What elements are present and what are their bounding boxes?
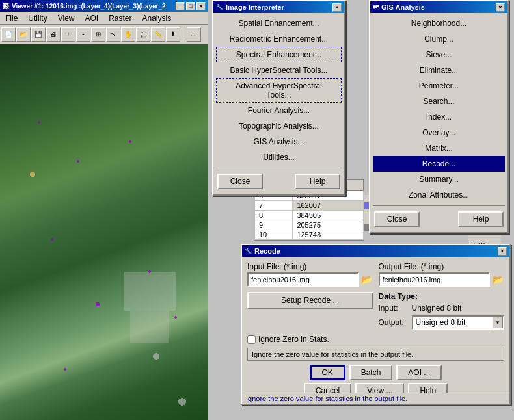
row-val-7: 162007	[293, 201, 364, 211]
viewer-menu-analysis[interactable]: Analysis	[137, 12, 177, 24]
ignore-zero-label: Ignore Zero in Stats.	[258, 335, 329, 344]
row-num-9: 9	[255, 220, 293, 230]
output-folder-icon[interactable]: 📂	[491, 274, 504, 285]
zoom-out-icon[interactable]: -	[76, 27, 90, 42]
ignore-zero-row: Ignore Zero in Stats.	[247, 335, 504, 344]
gis-close-btn[interactable]: Close	[374, 211, 420, 227]
setup-recode-btn[interactable]: Setup Recode ...	[247, 292, 373, 309]
select-icon[interactable]: ⬚	[136, 27, 150, 42]
interpreter-buttons: Close Help	[216, 171, 342, 192]
gis-analysis-btn[interactable]: GIS Analysis...	[216, 134, 342, 150]
viewer-icon: 🖼	[3, 3, 9, 10]
measure-icon[interactable]: 📏	[151, 27, 165, 42]
interpreter-titlebar: 🔧 Image Interpreter ×	[213, 1, 344, 13]
extra-icon[interactable]: …	[187, 27, 201, 42]
search-btn[interactable]: Search...	[373, 94, 505, 109]
interpreter-close-btn[interactable]: Close	[217, 174, 263, 189]
open-icon[interactable]: 📂	[16, 27, 31, 42]
viewer-toolbar: 📄 📂 💾 🖨 + - ⊞ ↖ ✋ ⬚ 📏 ℹ …	[0, 25, 208, 44]
print-icon[interactable]: 🖨	[46, 27, 61, 42]
tooltip-text: Ignore the zero value for statistics in …	[252, 350, 413, 358]
gis-window: 🗺 GIS Analysis × Neighborhood... Clump..…	[369, 0, 509, 233]
interpreter-help-btn[interactable]: Help	[295, 174, 340, 189]
fit-icon[interactable]: ⊞	[91, 27, 105, 42]
viewer-menu-raster[interactable]: Raster	[103, 12, 137, 24]
cursor-icon[interactable]: ↖	[106, 27, 120, 42]
fourier-analysis-btn[interactable]: Fourier Analysis...	[216, 103, 342, 118]
viewer-menu-aoi[interactable]: AOI	[79, 12, 103, 24]
setup-datatype-row: Setup Recode ... Data Type: Input: Unsig…	[247, 292, 504, 330]
matrix-btn[interactable]: Matrix...	[373, 140, 505, 156]
utilities-btn[interactable]: Utilities...	[216, 150, 342, 165]
row-num-8: 8	[255, 211, 293, 220]
gis-divider	[373, 205, 505, 206]
table-row: 10 125743	[255, 230, 364, 240]
ignore-zero-checkbox-label[interactable]: Ignore Zero in Stats.	[247, 335, 329, 344]
output-type-select[interactable]: Unsigned 8 bit	[412, 315, 505, 330]
gis-titlebar: 🗺 GIS Analysis ×	[370, 1, 507, 13]
viewer-close-btn[interactable]: ×	[196, 2, 206, 10]
viewer-menu-file[interactable]: File	[0, 12, 23, 24]
action-buttons-row: OK Batch AOI ...	[247, 365, 504, 380]
summary-btn[interactable]: Summary...	[373, 172, 505, 187]
output-file-input[interactable]	[379, 272, 491, 287]
gis-buttons: Close Help	[373, 209, 505, 230]
topographic-analysis-btn[interactable]: Topographic Analysis...	[216, 118, 342, 134]
row-num-10: 10	[255, 230, 293, 240]
satellite-image	[0, 44, 208, 420]
clump-btn[interactable]: Clump...	[373, 31, 505, 47]
spatial-enhancement-btn[interactable]: Spatial Enhancement...	[216, 16, 342, 31]
ignore-zero-checkbox[interactable]	[247, 335, 256, 344]
aoi-btn[interactable]: AOI ...	[396, 365, 442, 380]
row-val-9: 205275	[293, 220, 364, 230]
overlay-btn[interactable]: Overlay...	[373, 125, 505, 140]
eliminate-btn[interactable]: Eliminate...	[373, 62, 505, 78]
tooltip-box: Ignore the zero value for statistics in …	[247, 348, 504, 361]
pan-icon[interactable]: ✋	[121, 27, 135, 42]
new-icon[interactable]: 📄	[1, 27, 16, 42]
input-file-input[interactable]	[247, 272, 359, 287]
index-btn[interactable]: Index...	[373, 109, 505, 125]
row-num-7: 7	[255, 201, 293, 211]
gis-help-btn[interactable]: Help	[458, 211, 504, 227]
recode-close-x-btn[interactable]: ×	[498, 247, 507, 256]
batch-btn[interactable]: Batch	[349, 365, 393, 380]
perimeter-btn[interactable]: Perimeter...	[373, 78, 505, 94]
interpreter-title-icon: 🔧	[216, 4, 223, 10]
info-icon[interactable]: ℹ	[166, 27, 180, 42]
sieve-btn[interactable]: Sieve...	[373, 47, 505, 62]
zonal-attributes-btn[interactable]: Zonal Attributes...	[373, 187, 505, 203]
input-folder-icon[interactable]: 📂	[360, 274, 373, 285]
spectral-enhancement-btn[interactable]: Spectral Enhancement...	[216, 47, 342, 62]
save-icon[interactable]: 💾	[31, 27, 46, 42]
table-row: 8 384505	[255, 211, 364, 220]
output-file-section: Output File: (*.img) 📂	[379, 262, 505, 287]
table-row: 9 205275	[255, 220, 364, 230]
recode-statusbar: Ignore the zero value for statistics in …	[242, 393, 509, 404]
viewer-maximize-btn[interactable]: □	[186, 2, 195, 10]
interpreter-close-x-btn[interactable]: ×	[332, 3, 342, 12]
ok-btn[interactable]: OK	[310, 365, 345, 380]
input-type-label: Input:	[379, 304, 408, 313]
radiometric-enhancement-btn[interactable]: Radiometric Enhancement...	[216, 31, 342, 47]
input-type-row: Input: Unsigned 8 bit	[379, 304, 505, 313]
input-file-controls: 📂	[247, 272, 373, 287]
output-file-label: Output File: (*.img)	[379, 262, 505, 271]
input-file-section: Input File: (*.img) 📂	[247, 262, 373, 287]
output-file-controls: 📂	[379, 272, 505, 287]
viewer-menu-utility[interactable]: Utility	[23, 12, 52, 24]
gis-close-x-btn[interactable]: ×	[496, 3, 505, 12]
advanced-hyperspectral-btn[interactable]: Advanced HyperSpectral Tools...	[216, 78, 342, 103]
viewer-menu-view[interactable]: View	[53, 12, 80, 24]
basic-hyperspectral-btn[interactable]: Basic HyperSpectral Tools...	[216, 62, 342, 78]
recode-tooltip2: Ignore the zero value for statistics in …	[246, 395, 407, 402]
interpreter-divider	[216, 168, 342, 168]
data-type-label: Data Type:	[379, 292, 505, 301]
zoom-in-icon[interactable]: +	[61, 27, 75, 42]
neighborhood-btn[interactable]: Neighborhood...	[373, 16, 505, 31]
row-val-8: 384505	[293, 211, 364, 220]
output-type-row: Output: Unsigned 8 bit ▼	[379, 315, 505, 330]
output-type-label: Output:	[379, 318, 408, 327]
viewer-minimize-btn[interactable]: _	[176, 2, 185, 10]
recode-btn[interactable]: Recode...	[373, 156, 505, 172]
